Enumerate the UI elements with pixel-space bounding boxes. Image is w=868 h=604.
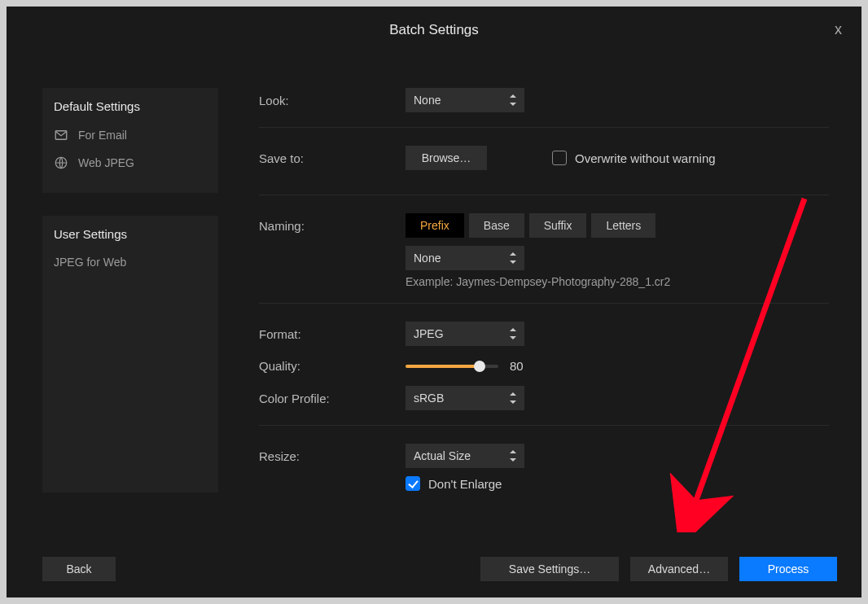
quality-slider[interactable] xyxy=(406,365,498,368)
chevron-updown-icon xyxy=(508,94,518,106)
chevron-updown-icon xyxy=(508,392,518,404)
format-value: JPEG xyxy=(414,327,444,340)
naming-select[interactable]: None xyxy=(406,246,524,270)
dialog-footer: Back Save Settings… Advanced… Process xyxy=(42,557,837,581)
overwrite-label[interactable]: Overwrite without warning xyxy=(575,151,716,165)
sidebar-item-for-email[interactable]: For Email xyxy=(42,121,218,149)
slider-thumb[interactable] xyxy=(474,361,485,372)
save-settings-button[interactable]: Save Settings… xyxy=(480,557,619,581)
browse-button[interactable]: Browse… xyxy=(406,146,487,170)
resize-label: Resize: xyxy=(259,449,397,463)
naming-example: Example: Jaymes-Dempsey-Photography-288_… xyxy=(397,275,829,288)
sidebar: Default Settings For Email Web JPEG User… xyxy=(42,54,218,597)
sidebar-item-label: JPEG for Web xyxy=(54,256,126,269)
format-select[interactable]: JPEG xyxy=(406,322,524,346)
look-select[interactable]: None xyxy=(406,88,524,112)
save-to-label: Save to: xyxy=(259,151,397,165)
sidebar-group-user: User Settings JPEG for Web xyxy=(42,216,218,492)
colorprofile-value: sRGB xyxy=(414,392,444,405)
advanced-button[interactable]: Advanced… xyxy=(630,557,728,581)
divider xyxy=(259,195,829,195)
back-button[interactable]: Back xyxy=(42,557,116,581)
format-label: Format: xyxy=(259,327,397,341)
divider xyxy=(259,425,829,426)
sidebar-header-default: Default Settings xyxy=(42,88,218,121)
sidebar-header-user: User Settings xyxy=(42,216,218,249)
tab-suffix[interactable]: Suffix xyxy=(529,213,587,238)
colorprofile-select[interactable]: sRGB xyxy=(406,386,524,410)
dont-enlarge-checkbox[interactable] xyxy=(406,476,420,491)
titlebar: Batch Settings x xyxy=(7,7,861,54)
quality-label: Quality: xyxy=(259,359,397,373)
batch-settings-dialog: Batch Settings x Default Settings For Em… xyxy=(7,7,861,597)
tab-base[interactable]: Base xyxy=(469,213,524,238)
chevron-updown-icon xyxy=(508,252,518,264)
sidebar-item-web-jpeg[interactable]: Web JPEG xyxy=(42,149,218,177)
tab-letters[interactable]: Letters xyxy=(591,213,655,238)
dialog-body: Default Settings For Email Web JPEG User… xyxy=(7,54,861,597)
naming-tabs: Prefix Base Suffix Letters xyxy=(406,213,655,238)
globe-icon xyxy=(54,155,68,170)
look-label: Look: xyxy=(259,94,397,107)
quality-value: 80 xyxy=(510,359,524,373)
resize-select[interactable]: Actual Size xyxy=(406,444,524,468)
mail-icon xyxy=(54,128,68,142)
sidebar-item-label: For Email xyxy=(78,129,127,142)
look-value: None xyxy=(414,94,441,107)
overwrite-checkbox[interactable] xyxy=(552,151,567,165)
dialog-title: Batch Settings xyxy=(389,22,479,38)
process-button[interactable]: Process xyxy=(739,557,837,581)
divider xyxy=(259,303,829,304)
sidebar-item-jpeg-for-web[interactable]: JPEG for Web xyxy=(42,249,218,275)
sidebar-group-default: Default Settings For Email Web JPEG xyxy=(42,88,218,193)
settings-main: Look: None Save to: Browse… Overwrite wi… xyxy=(218,54,861,597)
resize-value: Actual Size xyxy=(414,449,471,462)
sidebar-item-label: Web JPEG xyxy=(78,156,134,169)
chevron-updown-icon xyxy=(508,450,518,462)
naming-label: Naming: xyxy=(259,219,397,233)
tab-prefix[interactable]: Prefix xyxy=(406,213,464,238)
naming-value: None xyxy=(414,252,441,265)
colorprofile-label: Color Profile: xyxy=(259,392,397,405)
divider xyxy=(259,127,829,128)
chevron-updown-icon xyxy=(508,328,518,339)
dont-enlarge-label[interactable]: Don't Enlarge xyxy=(428,477,502,491)
close-icon[interactable]: x xyxy=(835,21,842,38)
